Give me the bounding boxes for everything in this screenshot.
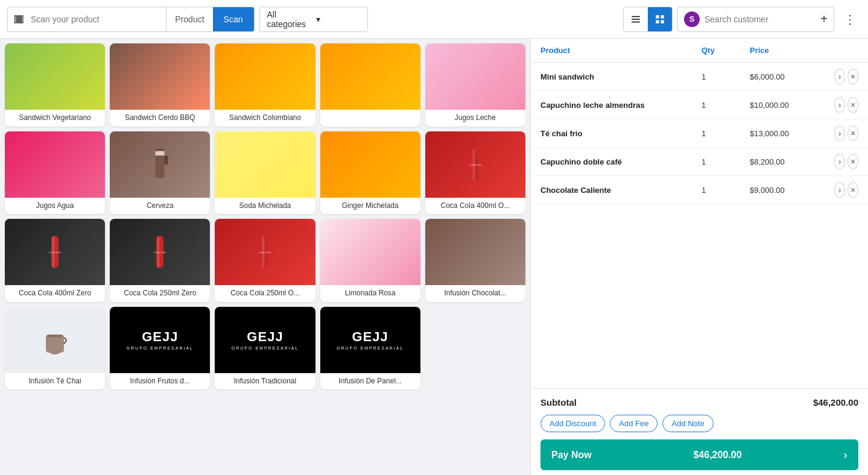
product-image: [5, 43, 105, 110]
category-select[interactable]: All categories ▾: [259, 7, 368, 32]
product-card[interactable]: Jugos Leche: [425, 43, 525, 127]
order-item-price: $6,000.00: [750, 72, 834, 81]
add-customer-button[interactable]: +: [820, 12, 828, 26]
subtotal-value: $46,200.00: [813, 397, 858, 407]
item-remove-button[interactable]: ×: [847, 69, 858, 84]
product-name: Coca Cola 400ml O...: [425, 198, 525, 215]
product-image: Coca-Cola: [110, 219, 210, 285]
order-item-price: $8,200.00: [750, 157, 834, 166]
order-item-actions: › ×: [834, 97, 858, 113]
item-detail-button[interactable]: ›: [834, 69, 845, 84]
product-image: [215, 43, 315, 110]
product-card[interactable]: Ginger Michelada: [320, 131, 420, 215]
product-image: [425, 43, 525, 110]
svg-rect-30: [48, 335, 62, 338]
more-options-button[interactable]: ⋮: [839, 8, 861, 30]
view-toggle: [623, 7, 673, 32]
product-card[interactable]: Cerveza: [110, 131, 210, 215]
product-card[interactable]: Sandwich Cerdo BBQ: [110, 43, 210, 127]
gejj-logo: GEJJ GRUPO EMPRESARIAL: [232, 307, 299, 373]
item-remove-button[interactable]: ×: [847, 182, 858, 198]
item-detail-button[interactable]: ›: [834, 154, 845, 169]
product-name: Sandwich Vegetariano: [5, 110, 105, 127]
product-area: Sandwich VegetarianoSandwich Cerdo BBQSa…: [0, 39, 530, 475]
item-remove-button[interactable]: ×: [847, 125, 858, 141]
svg-text:Coca-Cola: Coca-Cola: [49, 251, 61, 254]
product-image: [320, 219, 420, 285]
add-fee-button[interactable]: Add Fee: [610, 415, 657, 432]
product-card[interactable]: Jugos Agua: [5, 131, 105, 215]
item-remove-button[interactable]: ×: [847, 154, 858, 169]
product-image: GEJJ GRUPO EMPRESARIAL: [215, 307, 315, 373]
product-image: [215, 131, 315, 198]
item-detail-button[interactable]: ›: [834, 97, 845, 113]
product-name: Coca Cola 400ml Zero: [5, 285, 105, 302]
scan-tab[interactable]: Scan: [213, 7, 254, 32]
order-footer: Subtotal $46,200.00 Add Discount Add Fee…: [531, 388, 868, 475]
add-discount-button[interactable]: Add Discount: [540, 415, 605, 432]
order-table-header: Product Qty Price: [531, 39, 868, 63]
svg-rect-8: [656, 15, 659, 18]
product-name: Soda Michelada: [215, 198, 315, 215]
order-item: Chocolate Caliente 1 $9,000.00 › ×: [531, 176, 868, 204]
product-name: [320, 110, 420, 117]
product-name: Sandwich Colombiano: [215, 110, 315, 127]
customer-search-input[interactable]: [705, 14, 816, 24]
product-card[interactable]: [320, 43, 420, 127]
order-item: Mini sandwich 1 $6,000.00 › ×: [531, 63, 868, 91]
list-view-btn[interactable]: [624, 7, 648, 31]
order-item: Té chai frio 1 $13,000.00 › ×: [531, 119, 868, 148]
product-card[interactable]: Soda Michelada: [215, 131, 315, 215]
col-qty: Qty: [702, 46, 750, 55]
svg-rect-15: [156, 151, 165, 156]
order-item-name: Chocolate Caliente: [540, 186, 702, 195]
product-image: GEJJ GRUPO EMPRESARIAL: [320, 307, 420, 373]
add-note-button[interactable]: Add Note: [662, 415, 713, 432]
svg-text:Coca-Cola: Coca-Cola: [469, 163, 481, 166]
product-card[interactable]: GEJJ GRUPO EMPRESARIAL Infusión Frutos d…: [110, 307, 210, 390]
product-card[interactable]: GEJJ GRUPO EMPRESARIAL Infusión Tradicio…: [215, 307, 315, 390]
order-items: Mini sandwich 1 $6,000.00 › × Capuchino …: [531, 63, 868, 388]
order-item-name: Capuchino leche almendras: [540, 101, 702, 110]
product-card[interactable]: Coca-Cola Coca Cola 250ml O...: [215, 219, 315, 302]
product-image: [110, 43, 210, 110]
item-remove-button[interactable]: ×: [847, 97, 858, 113]
product-card[interactable]: Limonada Rosa: [320, 219, 420, 302]
pay-now-button[interactable]: Pay Now $46,200.00 ›: [540, 439, 858, 470]
order-item-price: $9,000.00: [750, 186, 834, 195]
svg-rect-3: [21, 16, 21, 23]
product-grid: Sandwich VegetarianoSandwich Cerdo BBQSa…: [5, 43, 525, 389]
svg-rect-11: [661, 20, 664, 23]
product-image: [110, 131, 210, 198]
product-card[interactable]: Infusión Chocolat...: [425, 219, 525, 302]
order-item-qty: 1: [702, 157, 750, 166]
item-detail-button[interactable]: ›: [834, 125, 845, 141]
product-name: Infusión Té Chai: [5, 373, 105, 390]
product-image: [320, 43, 420, 110]
pay-now-chevron-icon: ›: [843, 448, 847, 462]
svg-rect-0: [15, 16, 16, 23]
product-tab[interactable]: Product: [166, 7, 212, 32]
svg-rect-1: [17, 16, 17, 23]
grid-view-btn[interactable]: [648, 7, 672, 31]
svg-rect-10: [656, 20, 659, 23]
order-item: Capuchino doble café 1 $8,200.00 › ×: [531, 148, 868, 176]
product-card[interactable]: Sandwich Vegetariano: [5, 43, 105, 127]
product-card[interactable]: Coca-Cola Coca Cola 400ml Zero: [5, 219, 105, 302]
product-card[interactable]: Sandwich Colombiano: [215, 43, 315, 127]
subtotal-row: Subtotal $46,200.00: [540, 397, 858, 407]
product-card[interactable]: Infusión Té Chai: [5, 307, 105, 390]
svg-rect-14: [165, 156, 168, 165]
product-card[interactable]: GEJJ GRUPO EMPRESARIAL Infusión De Panel…: [320, 307, 420, 390]
item-detail-button[interactable]: ›: [834, 182, 845, 198]
order-item-qty: 1: [702, 72, 750, 81]
order-item: Capuchino leche almendras 1 $10,000.00 ›…: [531, 91, 868, 119]
search-product-input[interactable]: [31, 7, 166, 31]
header: Product Scan All categories ▾ S + ⋮: [0, 0, 868, 39]
product-card[interactable]: Coca-Cola Coca Cola 400ml O...: [425, 131, 525, 215]
order-item-qty: 1: [702, 101, 750, 110]
chevron-down-icon: ▾: [316, 14, 360, 24]
product-name: Infusión Frutos d...: [110, 373, 210, 390]
product-image: [5, 307, 105, 373]
product-card[interactable]: Coca-Cola Coca Cola 250ml Zero: [110, 219, 210, 302]
